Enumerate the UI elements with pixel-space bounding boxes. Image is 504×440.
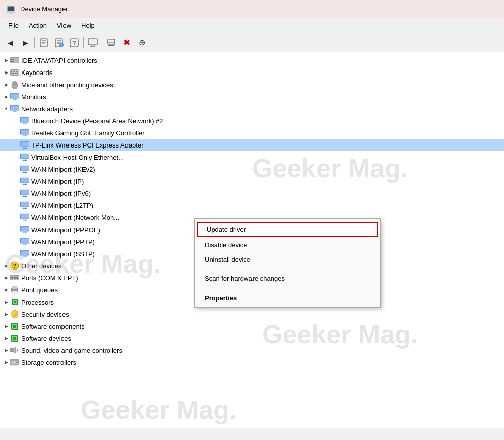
driver-details-button[interactable]: ? [52, 36, 66, 50]
processors-label: Processors [21, 299, 54, 306]
delete-button[interactable]: ✖ [119, 36, 134, 50]
context-scan-hardware[interactable]: Scan for hardware changes [195, 271, 380, 286]
svg-point-130 [16, 361, 18, 363]
svg-rect-32 [11, 73, 18, 74]
expand-icon: ▶ [2, 346, 10, 354]
expand-icon: ▶ [2, 358, 10, 366]
menu-view[interactable]: View [53, 21, 75, 30]
monitors-label: Monitors [21, 93, 46, 101]
expand-icon: ▶ [2, 68, 10, 77]
wan-l2tp-label: WAN Miniport (L2TP) [31, 202, 93, 209]
context-properties[interactable]: Properties [195, 290, 380, 305]
other-icon: ? [10, 261, 19, 270]
properties-button[interactable] [37, 36, 51, 50]
wan-pptp-icon [20, 237, 29, 246]
tree-item-software-comp[interactable]: ▶ Software components [0, 320, 504, 332]
security-icon: 🔑 [10, 310, 19, 319]
svg-rect-102 [21, 251, 29, 255]
realtek-label: Realtek Gaming GbE Family Controller [31, 129, 145, 137]
tree-item-sound[interactable]: ▶ Sound, video and game controllers [0, 344, 504, 356]
expand-spacer [12, 165, 20, 173]
expand-icon: ▶ [2, 81, 10, 89]
tree-item-wan-ip[interactable]: WAN Miniport (IP) [0, 175, 504, 187]
tree-item-virtualbox[interactable]: VirtualBox Host-Only Ethernet... [0, 151, 504, 163]
main-content: Geeker Mag. Geeker Mag. Geeker Mag. Geek… [0, 52, 504, 428]
expand-icon: ▶ [2, 262, 10, 270]
expand-spacer [12, 213, 20, 222]
tree-item-software-dev[interactable]: ▶ Software devices [0, 332, 504, 344]
expand-icon: ▶ [2, 93, 10, 101]
wan-ipv6-label: WAN Miniport (IPv6) [31, 190, 91, 197]
wan-netmon-label: WAN Miniport (Network Mon... [31, 214, 119, 222]
wan-ikev2-icon [20, 165, 29, 174]
software-comp-icon [10, 322, 19, 331]
forward-button[interactable]: ▶ [18, 36, 32, 50]
svg-rect-28 [13, 71, 14, 72]
tree-item-storage[interactable]: ▶ Storage controllers [0, 356, 504, 369]
back-button[interactable]: ◀ [3, 36, 17, 50]
svg-rect-37 [11, 94, 19, 98]
ide-label: IDE ATA/ATAPI controllers [21, 57, 97, 64]
tree-item-bluetooth[interactable]: Bluetooth Device (Personal Area Network)… [0, 115, 504, 127]
wan-pppoe-icon [20, 225, 29, 234]
expand-spacer [12, 201, 20, 209]
tree-item-wan-l2tp[interactable]: WAN Miniport (L2TP) [0, 199, 504, 211]
svg-rect-42 [11, 106, 19, 110]
tree-item-realtek[interactable]: Realtek Gaming GbE Family Controller [0, 127, 504, 139]
menu-file[interactable]: File [4, 21, 23, 30]
expand-spacer [12, 117, 20, 125]
tree-item-wan-ipv6[interactable]: WAN Miniport (IPv6) [0, 187, 504, 199]
tplink-icon [20, 140, 29, 150]
expand-icon: ▶ [2, 274, 10, 282]
tree-item-security[interactable]: ▶ 🔑 Security devices [0, 308, 504, 320]
wan-ip-icon [20, 177, 29, 186]
svg-rect-127 [10, 348, 13, 352]
realtek-icon [20, 128, 29, 137]
help-button[interactable]: ? [67, 36, 81, 50]
security-label: Security devices [21, 311, 69, 318]
expand-spacer [12, 153, 20, 161]
network-label: Network adapters [21, 105, 73, 113]
expand-icon: ▶ [2, 56, 10, 64]
wan-ikev2-label: WAN Miniport (IKEv2) [31, 166, 95, 173]
svg-rect-116 [16, 289, 17, 290]
svg-rect-22 [11, 58, 19, 63]
context-update-driver[interactable]: Update driver [197, 222, 378, 237]
svg-rect-16 [108, 39, 115, 44]
context-uninstall-device[interactable]: Uninstall device [195, 252, 380, 267]
menu-help[interactable]: Help [77, 21, 99, 30]
svg-rect-82 [21, 202, 29, 207]
svg-rect-0 [40, 39, 47, 47]
tree-item-monitors[interactable]: ▶ Monitors [0, 91, 504, 103]
wan-sstp-label: WAN Miniport (SSTP) [31, 250, 95, 258]
tree-item-mice[interactable]: ▶ Mice and other pointing devices [0, 79, 504, 91]
svg-text:?: ? [60, 44, 62, 47]
download-button[interactable]: ⊕ [135, 36, 149, 50]
svg-rect-92 [21, 227, 29, 231]
tree-item-wan-ikev2[interactable]: WAN Miniport (IKEv2) [0, 163, 504, 175]
svg-rect-12 [88, 39, 97, 45]
print-icon [10, 285, 19, 295]
expand-icon: ▶ [2, 298, 10, 306]
context-separator-1 [195, 269, 380, 269]
tree-item-ide[interactable]: ▶ IDE ATA/ATAPI controllers [0, 54, 504, 66]
svg-rect-27 [11, 71, 12, 72]
wan-l2tp-icon [20, 201, 29, 210]
monitor-button[interactable] [86, 36, 100, 50]
svg-rect-72 [21, 178, 29, 183]
context-separator-2 [195, 288, 380, 288]
ide-icon [10, 56, 19, 65]
tree-item-network[interactable]: ▼ Network adapters [0, 103, 504, 115]
tree-item-tplink[interactable]: TP-Link Wireless PCI Express Adapter [0, 139, 504, 151]
expand-icon: ▶ [2, 286, 10, 294]
scan-button[interactable] [104, 36, 118, 50]
mice-label: Mice and other pointing devices [21, 81, 113, 89]
expand-icon: ▶ [2, 322, 10, 330]
expand-icon: ▶ [2, 310, 10, 318]
tree-item-keyboards[interactable]: ▶ Keyboards [0, 66, 504, 79]
svg-rect-30 [16, 71, 17, 72]
context-disable-device[interactable]: Disable device [195, 238, 380, 252]
svg-rect-52 [21, 130, 29, 134]
svg-rect-23 [11, 59, 14, 60]
menu-action[interactable]: Action [25, 21, 51, 30]
